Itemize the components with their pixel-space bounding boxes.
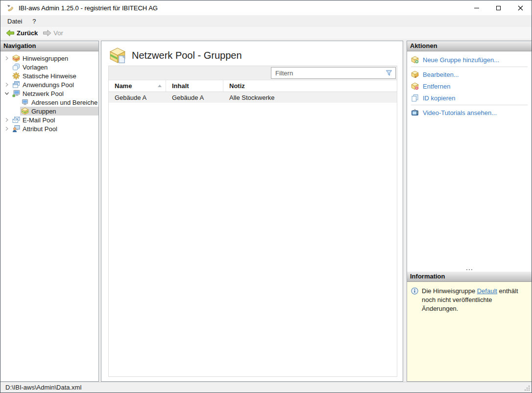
information-header: Information [407, 272, 532, 282]
maximize-icon [496, 6, 501, 10]
navigation-panel: Navigation Hinweisgruppen [0, 41, 99, 382]
attribut-pool-icon [12, 125, 20, 133]
video-tutorials-action[interactable]: Video-Tutorials ansehen... [407, 107, 532, 118]
nav-label: Attribut Pool [23, 125, 57, 133]
forward-label: Vor [53, 29, 63, 37]
edit-action[interactable]: Bearbeiten... [407, 69, 532, 80]
add-group-action[interactable]: Neue Gruppe hinzufügen... [407, 54, 532, 65]
workspace: Navigation Hinweisgruppen [0, 40, 532, 382]
drag-dot [471, 269, 472, 270]
resize-grip-icon[interactable] [524, 385, 531, 392]
groups-table: Name Inhalt Notiz Gebäude A Gebäude A Al… [108, 66, 397, 377]
navigation-header: Navigation [0, 41, 98, 51]
nav-label: Anwendungs Pool [23, 81, 74, 89]
adressen-icon [21, 98, 29, 106]
nav-label: E-Mail Pool [23, 116, 55, 124]
app-window: IBI-aws Admin 1.25.0 - registriert für I… [0, 0, 532, 393]
column-header-inhalt[interactable]: Inhalt [166, 80, 223, 92]
nav-item-adressen-und-bereiche[interactable]: Adressen und Bereiche [0, 98, 98, 107]
menu-bar: Datei ? [0, 15, 532, 27]
filter-icon[interactable] [385, 69, 393, 77]
table-row[interactable]: Gebäude A Gebäude A Alle Stockwerke [109, 92, 397, 103]
remove-group-icon [411, 82, 419, 90]
nav-label: Statische Hinweise [23, 72, 76, 80]
minimize-button[interactable] [465, 0, 487, 15]
title-bar: IBI-aws Admin 1.25.0 - registriert für I… [0, 0, 532, 15]
cell-name: Gebäude A [109, 92, 166, 103]
action-label: Neue Gruppe hinzufügen... [423, 56, 499, 64]
add-group-icon [411, 56, 419, 64]
chevron-right-icon[interactable] [3, 126, 10, 131]
nav-label: Gruppen [31, 108, 56, 115]
default-group-link[interactable]: Default [477, 287, 497, 295]
drag-dot [469, 269, 470, 270]
forward-button[interactable]: Vor [40, 28, 66, 38]
back-button[interactable]: Zurück [3, 28, 40, 38]
nav-item-netzwerk-pool[interactable]: Netzwerk Pool [0, 89, 98, 98]
information-text: Die Hinweisgruppe Default enthält noch n… [422, 287, 528, 381]
anwendungs-pool-icon [12, 81, 20, 89]
nav-label: Adressen und Bereiche [31, 99, 97, 106]
action-label: Entfernen [423, 83, 450, 90]
filter-box [271, 67, 396, 79]
nav-item-hinweisgruppen[interactable]: Hinweisgruppen [0, 54, 98, 63]
nav-item-email-pool[interactable]: E-Mail Pool [0, 116, 98, 124]
filter-strip [109, 66, 397, 80]
column-label: Notiz [229, 82, 245, 90]
column-header-notiz[interactable]: Notiz [223, 80, 397, 92]
close-button[interactable] [509, 0, 532, 15]
main-panel: Netzwerk Pool - Gruppen Name [101, 41, 403, 382]
nav-item-anwendungs-pool[interactable]: Anwendungs Pool [0, 80, 98, 89]
window-title: IBI-aws Admin 1.25.0 - registriert für I… [19, 4, 465, 12]
copy-id-action[interactable]: ID kopieren [407, 92, 532, 103]
maximize-button[interactable] [487, 0, 509, 15]
chevron-right-icon[interactable] [3, 117, 10, 122]
netzwerk-pool-icon [12, 90, 20, 97]
minimize-icon [474, 8, 479, 8]
nav-label: Hinweisgruppen [23, 55, 68, 62]
back-arrow-icon [6, 29, 15, 37]
cell-inhalt: Gebäude A [166, 92, 223, 103]
drag-dot [466, 269, 467, 270]
filter-input[interactable] [271, 69, 385, 77]
menu-help[interactable]: ? [29, 15, 39, 27]
chevron-right-icon[interactable] [3, 56, 10, 61]
info-icon [411, 287, 418, 295]
nav-item-statische-hinweise[interactable]: Statische Hinweise [0, 71, 98, 80]
separator [411, 67, 528, 67]
vorlagen-icon [12, 63, 20, 71]
nav-item-vorlagen[interactable]: Vorlagen [0, 63, 98, 71]
action-label: Bearbeiten... [423, 71, 459, 78]
remove-action[interactable]: Entfernen [407, 81, 532, 92]
data-file-path: D:\IBI-aws\Admin\Data.xml [5, 384, 81, 391]
nav-label: Netzwerk Pool [23, 90, 64, 97]
table-header-row: Name Inhalt Notiz [109, 80, 397, 92]
nav-item-attribut-pool[interactable]: Attribut Pool [0, 124, 98, 133]
page-title-icon [110, 47, 126, 64]
chevron-right-icon[interactable] [3, 82, 10, 87]
back-label: Zurück [17, 29, 38, 37]
action-label: ID kopieren [423, 94, 455, 102]
close-icon [518, 5, 523, 11]
right-panel: Aktionen Neue Gruppe hinzufügen... [407, 41, 532, 382]
table-empty-area [109, 103, 397, 376]
chevron-down-icon[interactable] [3, 91, 10, 96]
gruppen-icon [21, 107, 29, 115]
sort-asc-icon [158, 85, 162, 87]
menu-datei[interactable]: Datei [4, 15, 25, 27]
page-title: Netzwerk Pool - Gruppen [132, 50, 242, 61]
nav-label: Vorlagen [23, 64, 48, 71]
column-header-name[interactable]: Name [109, 80, 166, 92]
page-title-row: Netzwerk Pool - Gruppen [110, 47, 242, 64]
copy-id-icon [411, 94, 419, 102]
status-bar: D:\IBI-aws\Admin\Data.xml [0, 382, 532, 393]
action-label: Video-Tutorials ansehen... [423, 109, 497, 116]
video-tutorials-icon [411, 109, 419, 116]
hinweisgruppen-icon [12, 54, 20, 62]
info-text-before: Die Hinweisgruppe [422, 287, 477, 295]
navigation-tree: Hinweisgruppen Vorlagen [0, 51, 98, 133]
column-label: Inhalt [172, 82, 189, 90]
separator [411, 105, 528, 105]
panel-splitter-handle[interactable] [407, 268, 532, 272]
nav-item-gruppen[interactable]: Gruppen [0, 107, 98, 116]
